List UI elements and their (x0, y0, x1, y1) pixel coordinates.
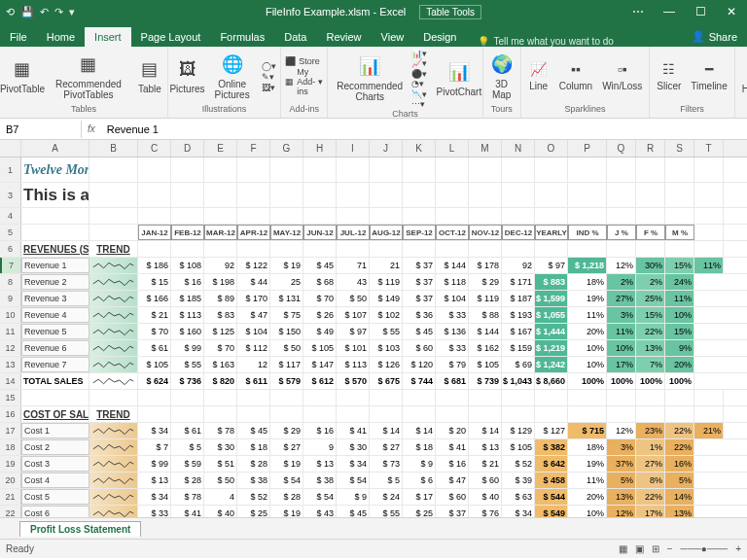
store-button[interactable]: ⬛ Store (285, 56, 323, 66)
cell[interactable] (237, 183, 270, 207)
cell[interactable] (436, 158, 469, 182)
pct-cell[interactable]: 11% (568, 307, 607, 323)
value-cell[interactable]: $ 37 (403, 258, 436, 273)
tab-insert[interactable]: Insert (85, 27, 131, 47)
cell[interactable] (436, 183, 469, 207)
value-cell[interactable]: $ 70 (303, 291, 337, 306)
cell[interactable] (568, 158, 607, 182)
pct-cell[interactable]: 20% (665, 357, 694, 372)
value-cell[interactable]: $ 37 (436, 506, 469, 517)
value-cell[interactable]: $ 18 (237, 439, 270, 455)
cell[interactable] (535, 390, 568, 405)
pct-cell[interactable]: 8% (636, 472, 665, 488)
cell[interactable] (303, 390, 337, 405)
pct-cell[interactable]: 13% (665, 506, 694, 517)
row-header[interactable]: 9 (0, 291, 21, 306)
value-cell[interactable]: $ 51 (204, 456, 237, 472)
tab-view[interactable]: View (372, 27, 414, 47)
total-cell[interactable]: $ 570 (337, 373, 370, 389)
yearly-total[interactable]: $ 1,242 (535, 357, 568, 372)
row-header[interactable]: 18 (0, 439, 21, 455)
value-cell[interactable]: $ 21 (138, 307, 171, 323)
pct-cell[interactable]: 20% (568, 324, 607, 339)
sparkline[interactable] (89, 340, 138, 356)
cell[interactable] (694, 208, 724, 224)
cell[interactable] (502, 158, 535, 182)
pct-cell[interactable]: 15% (665, 324, 694, 339)
cell[interactable] (694, 225, 724, 240)
cell[interactable] (636, 241, 665, 257)
cell[interactable] (636, 406, 665, 422)
view-normal-icon[interactable]: ▦ (619, 543, 627, 554)
value-cell[interactable]: $ 14 (469, 423, 502, 438)
value-cell[interactable]: $ 119 (469, 291, 502, 306)
value-cell[interactable]: $ 34 (502, 506, 535, 517)
cell[interactable] (607, 208, 636, 224)
value-cell[interactable]: $ 147 (303, 357, 337, 372)
value-cell[interactable]: $ 5 (370, 472, 403, 488)
col-header[interactable]: Q (607, 140, 636, 157)
cell[interactable] (502, 183, 535, 207)
value-cell[interactable]: $ 45 (303, 258, 337, 273)
pct-cell[interactable]: 11% (665, 291, 694, 306)
pct-cell[interactable]: 18% (568, 274, 607, 290)
value-cell[interactable]: $ 25 (237, 506, 270, 517)
section-header[interactable]: COST OF SALES (21, 406, 89, 422)
value-cell[interactable]: $ 18 (403, 439, 436, 455)
value-cell[interactable]: $ 55 (370, 324, 403, 339)
cell[interactable] (337, 241, 370, 257)
zoom-slider[interactable]: ───●─── (681, 543, 729, 554)
value-cell[interactable]: $ 47 (436, 472, 469, 488)
yearly-total[interactable]: $ 382 (535, 439, 568, 455)
row-header[interactable]: 5 (0, 225, 21, 240)
yearly-total[interactable]: $ 1,599 (535, 291, 568, 306)
pct-cell[interactable]: 27% (636, 456, 665, 472)
value-cell[interactable]: $ 21 (469, 456, 502, 472)
cell[interactable] (568, 208, 607, 224)
cell[interactable] (694, 406, 724, 422)
cost-label[interactable]: Cost 1 (21, 423, 89, 438)
value-cell[interactable]: $ 117 (270, 357, 303, 372)
formula-bar[interactable]: Revenue 1 (101, 121, 747, 138)
month-header[interactable]: MAY-12 (270, 225, 303, 240)
myaddins-button[interactable]: ▦ My Add-ins ▾ (285, 67, 323, 96)
cell[interactable] (535, 183, 568, 207)
value-cell[interactable]: $ 38 (237, 472, 270, 488)
value-cell[interactable]: $ 45 (403, 324, 436, 339)
value-cell[interactable]: $ 37 (403, 274, 436, 290)
cell[interactable] (403, 208, 436, 224)
pct-cell[interactable]: 23% (636, 423, 665, 438)
month-header[interactable]: DEC-12 (502, 225, 535, 240)
value-cell[interactable]: 21 (370, 258, 403, 273)
value-cell[interactable]: $ 54 (337, 472, 370, 488)
value-cell[interactable]: $ 43 (303, 506, 337, 517)
total-cell[interactable]: $ 736 (171, 373, 204, 389)
value-cell[interactable]: $ 186 (138, 258, 171, 273)
cell[interactable] (535, 208, 568, 224)
cell[interactable] (237, 406, 270, 422)
close-icon[interactable]: ✕ (716, 5, 747, 18)
yearly-total[interactable]: $ 544 (535, 489, 568, 505)
sparkline[interactable] (89, 456, 138, 472)
value-cell[interactable]: $ 45 (237, 423, 270, 438)
month-header[interactable]: OCT-12 (436, 225, 469, 240)
cell[interactable] (21, 208, 89, 224)
total-cell[interactable]: $ 579 (270, 373, 303, 389)
value-cell[interactable]: $ 26 (303, 307, 337, 323)
cell[interactable] (436, 406, 469, 422)
month-header[interactable]: MAR-12 (204, 225, 237, 240)
cell[interactable] (171, 241, 204, 257)
value-cell[interactable]: $ 5 (171, 439, 204, 455)
month-header[interactable]: JAN-12 (138, 225, 171, 240)
value-cell[interactable]: $ 52 (237, 489, 270, 505)
total-cell[interactable]: $ 744 (403, 373, 436, 389)
month-header[interactable]: AUG-12 (370, 225, 403, 240)
cell[interactable] (138, 390, 171, 405)
value-cell[interactable]: $ 150 (270, 324, 303, 339)
3dmap-button[interactable]: 🌍3D Map (487, 52, 516, 102)
pct-cell[interactable]: 5% (665, 472, 694, 488)
pct-cell[interactable]: 10% (665, 307, 694, 323)
cell[interactable] (568, 390, 607, 405)
cell[interactable] (138, 241, 171, 257)
col-header[interactable]: G (270, 140, 303, 157)
